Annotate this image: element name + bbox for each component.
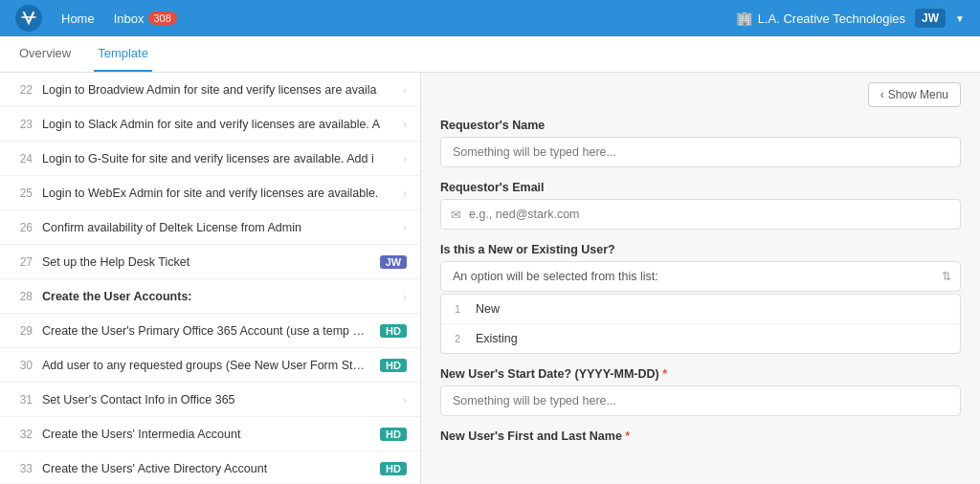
dropdown-option-existing[interactable]: 2 Existing	[441, 324, 960, 353]
task-number: 27	[13, 255, 33, 269]
org-icon: 🏢	[736, 11, 752, 26]
email-input-wrapper: ✉	[440, 199, 961, 230]
task-arrow-icon: ›	[403, 291, 407, 302]
first-last-name-label: New User's First and Last Name *	[440, 429, 961, 443]
table-row[interactable]: 24 Login to G-Suite for site and verify …	[0, 142, 420, 176]
table-row[interactable]: 32 Create the Users' Intermedia Account …	[0, 417, 420, 451]
table-row[interactable]: 29 Create the User's Primary Office 365 …	[0, 314, 420, 348]
task-arrow-icon: ›	[403, 187, 407, 199]
task-text: Login to WebEx Admin for site and verify…	[42, 187, 393, 200]
nav-left: Home Inbox 308	[15, 5, 177, 32]
task-assignee-badge: HD	[380, 428, 407, 441]
select-wrapper: An option will be selected from this lis…	[440, 261, 961, 292]
chevron-left-icon: ‹	[880, 88, 884, 101]
task-number: 24	[13, 152, 33, 165]
form-panel: ‹ Show Menu Requestor's Name Requestor's…	[421, 73, 980, 483]
start-date-group: New User's Start Date? (YYYY-MM-DD) *	[440, 367, 961, 416]
task-text: Create the User Accounts:	[42, 290, 393, 303]
org-name-label: L.A. Creative Technologies	[758, 11, 905, 26]
task-text: Login to Slack Admin for site and verify…	[42, 118, 393, 131]
table-row[interactable]: 23 Login to Slack Admin for site and ver…	[0, 107, 420, 142]
task-assignee-badge: HD	[380, 359, 407, 372]
task-arrow-icon: ›	[403, 153, 407, 165]
required-asterisk: *	[662, 367, 667, 381]
task-text: Create the Users' Intermedia Account	[42, 428, 370, 441]
option-number: 2	[455, 333, 468, 344]
main-layout: 22 Login to Broadview Admin for site and…	[0, 73, 980, 483]
table-row[interactable]: 30 Add user to any requested groups (See…	[0, 348, 420, 383]
task-text: Confirm availability of Deltek License f…	[42, 221, 393, 234]
required-asterisk: *	[625, 429, 630, 443]
task-number: 28	[13, 290, 33, 303]
requestors-name-input[interactable]	[440, 137, 961, 167]
task-number: 23	[13, 118, 33, 131]
org-name-display: 🏢 L.A. Creative Technologies	[736, 11, 905, 26]
first-last-name-group: New User's First and Last Name *	[440, 429, 961, 443]
task-number: 32	[13, 428, 33, 441]
table-row[interactable]: 22 Login to Broadview Admin for site and…	[0, 73, 420, 107]
task-text: Create the Users' Active Directory Accou…	[42, 462, 370, 475]
user-menu-arrow[interactable]: ▼	[955, 13, 965, 24]
task-arrow-icon: ›	[403, 119, 407, 130]
show-menu-label: Show Menu	[888, 88, 948, 101]
task-text: Create the User's Primary Office 365 Acc…	[42, 324, 370, 338]
task-number: 30	[13, 359, 33, 372]
tab-bar: Overview Template	[0, 36, 980, 73]
option-label: Existing	[476, 332, 518, 345]
inbox-count-badge: 308	[148, 11, 177, 25]
task-assignee-badge: JW	[380, 255, 407, 269]
inbox-link[interactable]: Inbox	[114, 11, 145, 26]
show-menu-bar: ‹ Show Menu	[440, 82, 961, 107]
nav-right: 🏢 L.A. Creative Technologies JW ▼	[736, 9, 965, 28]
home-link[interactable]: Home	[61, 11, 95, 26]
start-date-label: New User's Start Date? (YYYY-MM-DD) *	[440, 367, 961, 381]
requestors-email-input[interactable]	[469, 200, 950, 229]
new-existing-select[interactable]: An option will be selected from this lis…	[440, 261, 961, 292]
show-menu-button[interactable]: ‹ Show Menu	[868, 82, 961, 107]
task-number: 33	[13, 462, 33, 475]
option-label: New	[476, 302, 500, 316]
requestors-email-group: Requestor's Email ✉	[440, 181, 961, 230]
email-icon: ✉	[451, 208, 461, 222]
tab-overview[interactable]: Overview	[15, 36, 75, 72]
task-arrow-icon: ›	[403, 394, 407, 406]
task-text: Set up the Help Desk Ticket	[42, 255, 370, 269]
task-assignee-badge: HD	[380, 324, 407, 338]
top-navigation: Home Inbox 308 🏢 L.A. Creative Technolog…	[0, 0, 980, 36]
task-assignee-badge: HD	[380, 462, 407, 475]
table-row[interactable]: 25 Login to WebEx Admin for site and ver…	[0, 176, 420, 210]
inbox-nav-item[interactable]: Inbox 308	[114, 11, 177, 26]
requestors-name-group: Requestor's Name	[440, 119, 961, 167]
dropdown-options-list: 1 New 2 Existing	[440, 294, 961, 354]
user-avatar[interactable]: JW	[915, 9, 946, 28]
requestors-email-label: Requestor's Email	[440, 181, 961, 194]
task-number: 31	[13, 393, 33, 407]
task-text: Login to Broadview Admin for site and ve…	[42, 83, 393, 97]
tab-template[interactable]: Template	[94, 36, 152, 72]
new-existing-label: Is this a New or Existing User?	[440, 243, 961, 256]
task-arrow-icon: ›	[403, 222, 407, 233]
requestors-name-label: Requestor's Name	[440, 119, 961, 132]
task-arrow-icon: ›	[403, 84, 407, 96]
option-number: 1	[455, 303, 468, 315]
task-list-panel: 22 Login to Broadview Admin for site and…	[0, 73, 421, 483]
task-number: 22	[13, 83, 33, 97]
task-text: Add user to any requested groups (See Ne…	[42, 359, 370, 372]
table-row[interactable]: 33 Create the Users' Active Directory Ac…	[0, 451, 420, 483]
table-row[interactable]: 31 Set User's Contact Info in Office 365…	[0, 383, 420, 417]
table-row[interactable]: 26 Confirm availability of Deltek Licens…	[0, 210, 420, 245]
table-row[interactable]: 27 Set up the Help Desk Ticket JW	[0, 245, 420, 279]
task-text: Set User's Contact Info in Office 365	[42, 393, 393, 407]
task-text: Login to G-Suite for site and verify lic…	[42, 152, 393, 165]
new-existing-user-group: Is this a New or Existing User? An optio…	[440, 243, 961, 354]
task-number: 29	[13, 324, 33, 338]
task-number: 25	[13, 187, 33, 200]
start-date-input[interactable]	[440, 385, 961, 416]
task-number: 26	[13, 221, 33, 234]
table-row[interactable]: 28 Create the User Accounts: ›	[0, 279, 420, 314]
app-logo[interactable]	[15, 5, 42, 32]
dropdown-option-new[interactable]: 1 New	[441, 295, 960, 324]
